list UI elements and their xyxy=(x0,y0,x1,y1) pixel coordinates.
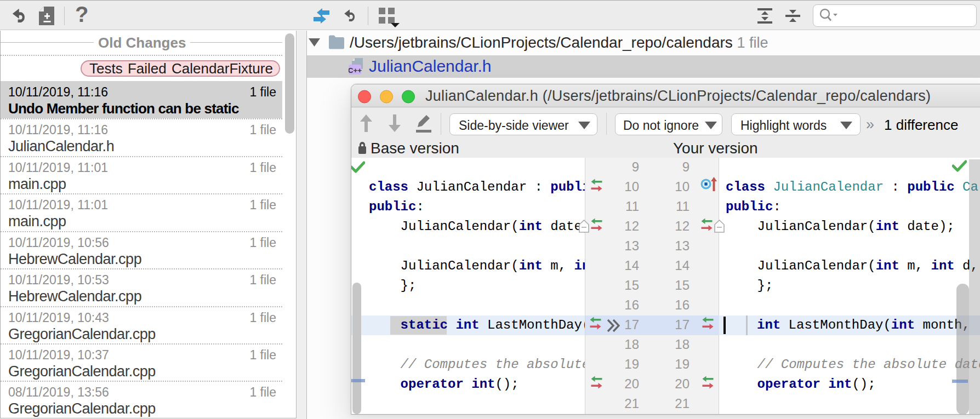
svg-text:C++: C++ xyxy=(349,66,362,74)
